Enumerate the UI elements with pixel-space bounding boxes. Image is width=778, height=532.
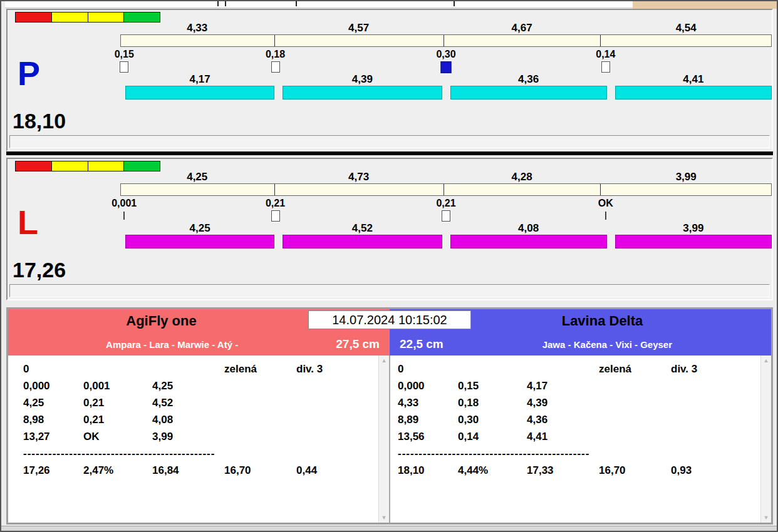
exchange-value: 0,21	[266, 198, 285, 209]
scrollbar[interactable]: ▲ ▼	[378, 356, 389, 523]
lane-letter: P	[18, 56, 40, 90]
jump-height: 27,5 cm	[336, 337, 380, 351]
scroll-up-icon[interactable]: ▲	[764, 357, 769, 364]
table-cell: 16,70	[224, 464, 296, 477]
results-panel: AgiFly one Ampara - Lara - Marwie - Atý …	[6, 307, 773, 524]
table-cell: 4,25	[23, 397, 83, 409]
table-cell: 0,30	[458, 414, 527, 426]
team-subheader: Ampara - Lara - Marwie - Atý - 27,5 cm	[8, 333, 390, 356]
scroll-down-icon[interactable]: ▼	[764, 514, 769, 521]
split-value: 4,08	[450, 222, 607, 233]
top-strip-tick	[296, 1, 297, 6]
exchange-marker	[120, 61, 128, 73]
table-cell: 0,93	[671, 464, 771, 477]
reference-split-labels: 4,25 4,73 4,28 3,99	[120, 171, 772, 182]
split-bar	[615, 235, 772, 248]
table-total-row: 17,26 2,47% 16,84 16,70 0,44	[8, 462, 389, 479]
app-window: P 18,10 4,33 4,57 4,67 4,54 0,15 0,18 0,…	[0, 0, 778, 532]
split-value: 4,17	[125, 73, 274, 84]
table-cell: zelená	[599, 363, 671, 376]
reference-split-bar	[120, 183, 772, 196]
split-value: 4,54	[600, 22, 772, 33]
table-cell: OK	[83, 431, 152, 443]
table-cell: 18,10	[398, 464, 458, 477]
table-cell: 4,08	[152, 414, 224, 426]
lane-total-time: 17,26	[13, 258, 66, 282]
table-separator: ----------------------------------------…	[8, 445, 389, 462]
timing-zone: 4,33 4,57 4,67 4,54 0,15 0,18 0,30 0,14	[120, 10, 772, 150]
scroll-up-icon[interactable]: ▲	[381, 357, 387, 364]
exchange-marker	[605, 212, 606, 220]
table-cell: 4,33	[398, 397, 458, 409]
bar-tick	[274, 35, 275, 46]
table-cell: 4,17	[527, 380, 599, 392]
exchange-time-labels: 0,001 0,21 0,21 OK	[120, 198, 772, 208]
results-table-right[interactable]: 0 zelená div. 3 0,000 0,15 4,17 4,33 0,1…	[390, 356, 771, 523]
table-row: 0,000 0,001 4,25	[8, 377, 389, 394]
bar-tick	[274, 184, 275, 195]
table-cell: 13,27	[23, 431, 83, 443]
run-panel-left: L 17,26 4,25 4,73 4,28 3,99 0,001 0,21 0…	[6, 158, 773, 300]
table-cell: 4,39	[527, 397, 599, 409]
table-row: 0 zelená div. 3	[390, 361, 771, 377]
split-bar	[125, 86, 274, 100]
exchange-marker	[271, 61, 280, 73]
results-table-left[interactable]: 0 zelená div. 3 0,000 0,001 4,25 4,25 0,…	[8, 356, 390, 523]
team-members: Ampara - Lara - Marwie - Atý -	[8, 339, 336, 350]
table-total-row: 18,10 4,44% 17,33 16,70 0,93	[390, 462, 771, 479]
exchange-time-labels: 0,15 0,18 0,30 0,14	[120, 49, 772, 59]
section-divider	[6, 151, 773, 155]
exchange-markers	[120, 61, 772, 73]
split-value: 4,39	[283, 73, 442, 84]
scrollbar[interactable]: ▲ ▼	[760, 356, 771, 523]
split-value: 3,99	[600, 171, 772, 182]
table-cell: 0,001	[83, 380, 152, 392]
table-cell: 0	[23, 363, 83, 376]
table-cell: 16,84	[152, 464, 224, 477]
scroll-down-icon[interactable]: ▼	[381, 514, 387, 521]
bar-tick	[600, 35, 601, 46]
top-strip-tick	[225, 1, 226, 6]
table-cell: 0,000	[23, 380, 83, 392]
exchange-value: OK	[598, 198, 613, 209]
split-value: 4,57	[274, 22, 443, 33]
reference-split-labels: 4,33 4,57 4,67 4,54	[120, 22, 772, 33]
table-cell: 17,33	[527, 464, 599, 477]
exchange-marker	[271, 210, 280, 222]
table-row: 8,98 0,21 4,08	[8, 411, 389, 428]
bottom-status-strip	[1, 526, 777, 532]
table-cell: 13,56	[398, 431, 458, 443]
exchange-value: 0,21	[436, 198, 455, 209]
table-cell: 0,44	[296, 464, 389, 477]
table-cell: 4,41	[527, 431, 599, 443]
exchange-marker	[441, 61, 452, 73]
top-strip-tick	[454, 1, 455, 6]
table-cell: 4,52	[152, 397, 224, 409]
bar-tick	[443, 184, 444, 195]
light-yellow-2	[88, 12, 125, 23]
table-cell: 3,99	[152, 431, 224, 443]
exchange-marker	[123, 212, 125, 220]
empty-field	[9, 284, 770, 297]
split-bar	[615, 86, 772, 100]
table-row: 4,25 0,21 4,52	[8, 394, 389, 411]
bar-tick	[443, 35, 444, 46]
exchange-markers	[120, 210, 772, 222]
team-members: Jawa - Kačena - Vixi - Geyser	[443, 339, 771, 350]
run-split-bars	[120, 86, 772, 100]
table-cell: 4,25	[152, 380, 224, 392]
table-cell: 0,000	[398, 380, 458, 392]
table-cell: 0,21	[83, 397, 152, 409]
table-cell: 4,36	[527, 414, 599, 426]
table-row: 0,000 0,15 4,17	[390, 377, 771, 394]
exchange-marker	[442, 210, 450, 222]
split-value: 4,33	[120, 22, 274, 33]
table-cell: div. 3	[671, 363, 771, 376]
table-cell: 2,47%	[83, 464, 152, 477]
table-row: 13,56 0,14 4,41	[390, 428, 771, 445]
top-strip-tick	[217, 1, 219, 6]
table-separator: ----------------------------------------…	[390, 445, 771, 462]
split-value: 4,25	[120, 171, 274, 182]
table-cell: 0,14	[458, 431, 527, 443]
empty-field	[9, 135, 770, 148]
